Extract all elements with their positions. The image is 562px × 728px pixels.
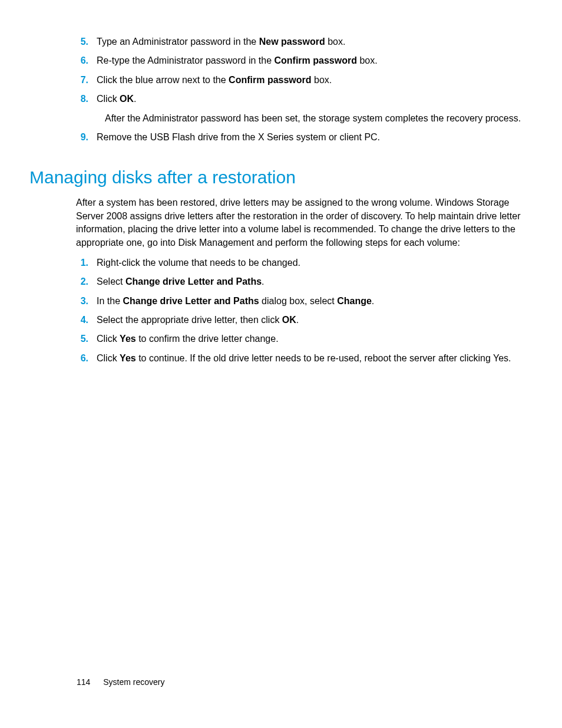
- list-text: In the Change drive Letter and Paths dia…: [97, 295, 530, 308]
- list-text: Re-type the Administrator password in th…: [97, 54, 530, 67]
- list-number: 7.: [76, 74, 97, 87]
- page-number: 114: [77, 677, 90, 687]
- list-item: 3. In the Change drive Letter and Paths …: [76, 295, 530, 308]
- list-text: Click the blue arrow next to the Confirm…: [97, 74, 530, 87]
- list-number: 1.: [76, 256, 97, 269]
- list-number: 6.: [76, 352, 97, 365]
- ordered-list-2: 1. Right-click the volume that needs to …: [32, 256, 530, 365]
- list-item: 5. Click Yes to confirm the drive letter…: [76, 332, 530, 345]
- list-text: Click OK.: [97, 93, 530, 106]
- page-footer: 114 System recovery: [77, 677, 165, 687]
- list-text: Click Yes to confirm the drive letter ch…: [97, 332, 530, 345]
- list-item: 6. Click Yes to continue. If the old dri…: [76, 352, 530, 365]
- list-number: 5.: [76, 35, 97, 48]
- list-number: 6.: [76, 54, 97, 67]
- list-text: Remove the USB Flash drive from the X Se…: [97, 131, 530, 144]
- list-item: 7. Click the blue arrow next to the Conf…: [76, 74, 530, 87]
- list-item: 9. Remove the USB Flash drive from the X…: [76, 131, 530, 144]
- list-item: 5. Type an Administrator password in the…: [76, 35, 530, 48]
- footer-section: System recovery: [103, 677, 164, 687]
- list-number: 3.: [76, 295, 97, 308]
- list-text: Type an Administrator password in the Ne…: [97, 35, 530, 48]
- ordered-list-1: 5. Type an Administrator password in the…: [32, 35, 530, 144]
- list-number: 8.: [76, 93, 97, 106]
- list-item: 2. Select Change drive Letter and Paths.: [76, 275, 530, 288]
- list-number: 5.: [76, 332, 97, 345]
- list-text: Select the appropriate drive letter, the…: [97, 314, 530, 327]
- list-item: 8. Click OK.: [76, 93, 530, 106]
- list-item: 6. Re-type the Administrator password in…: [76, 54, 530, 67]
- body-paragraph: After a system has been restored, drive …: [32, 196, 530, 249]
- list-subtext: After the Administrator password has bee…: [76, 112, 530, 125]
- list-item: 4. Select the appropriate drive letter, …: [76, 314, 530, 327]
- list-text: Click Yes to continue. If the old drive …: [97, 352, 530, 365]
- list-number: 4.: [76, 314, 97, 327]
- list-number: 2.: [76, 275, 97, 288]
- section-heading: Managing disks after a restoration: [29, 167, 530, 187]
- list-number: 9.: [76, 131, 97, 144]
- list-text: Select Change drive Letter and Paths.: [97, 275, 530, 288]
- list-text: Right-click the volume that needs to be …: [97, 256, 530, 269]
- list-item: 1. Right-click the volume that needs to …: [76, 256, 530, 269]
